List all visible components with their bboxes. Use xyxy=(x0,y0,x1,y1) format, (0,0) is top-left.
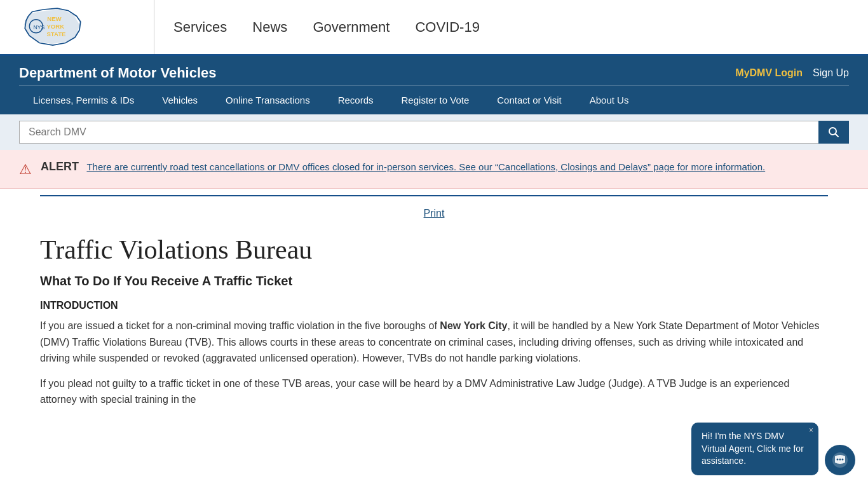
nav-link-government[interactable]: Government xyxy=(313,19,390,36)
dmv-title: Department of Motor Vehicles xyxy=(19,65,217,81)
section-heading: What To Do If You Receive A Traffic Tick… xyxy=(40,274,828,288)
svg-text:STATE: STATE xyxy=(46,30,66,37)
logo-area: NEW YORK STATE NYS xyxy=(0,0,154,54)
search-bar xyxy=(0,114,868,150)
search-button[interactable] xyxy=(818,121,849,144)
dmv-nav-about-us[interactable]: About Us xyxy=(576,86,643,114)
mydmv-login-link[interactable]: MyDMV Login xyxy=(735,67,803,79)
dmv-nav-register-vote[interactable]: Register to Vote xyxy=(388,86,484,114)
top-navigation: NEW YORK STATE NYS Services News Governm… xyxy=(0,0,868,56)
sign-up-link[interactable]: Sign Up xyxy=(813,67,849,79)
intro-paragraph-2: If you plead not guilty to a traffic tic… xyxy=(40,376,828,408)
dmv-login-area: MyDMV Login Sign Up xyxy=(735,67,849,79)
dmv-nav-contact-visit[interactable]: Contact or Visit xyxy=(483,86,575,114)
print-row: Print xyxy=(40,195,828,223)
dmv-title-row: Department of Motor Vehicles MyDMV Login… xyxy=(19,56,849,85)
search-icon xyxy=(828,126,839,138)
dmv-header: Department of Motor Vehicles MyDMV Login… xyxy=(0,56,868,114)
nys-logo[interactable]: NEW YORK STATE NYS xyxy=(13,5,102,50)
search-input[interactable] xyxy=(19,121,818,144)
svg-text:YORK: YORK xyxy=(46,22,64,29)
main-content: Print Traffic Violations Bureau What To … xyxy=(21,195,847,408)
dmv-nav: Licenses, Permits & IDs Vehicles Online … xyxy=(19,85,849,114)
para1-bold-text: New York City xyxy=(440,320,507,331)
intro-label: INTRODUCTION xyxy=(40,300,828,311)
para1-text-before-bold: If you are issued a ticket for a non-cri… xyxy=(40,320,440,331)
nav-link-covid19[interactable]: COVID-19 xyxy=(415,19,479,36)
alert-label: ALERT xyxy=(41,160,79,173)
svg-text:NEW: NEW xyxy=(47,15,62,22)
page-title: Traffic Violations Bureau xyxy=(40,234,828,265)
print-link[interactable]: Print xyxy=(424,208,445,219)
alert-content: ALERT There are currently road test canc… xyxy=(41,160,765,173)
dmv-nav-vehicles[interactable]: Vehicles xyxy=(148,86,212,114)
alert-bar: ⚠ ALERT There are currently road test ca… xyxy=(0,150,868,189)
dmv-nav-records[interactable]: Records xyxy=(324,86,388,114)
dmv-nav-licenses[interactable]: Licenses, Permits & IDs xyxy=(19,86,148,114)
intro-paragraph-1: If you are issued a ticket for a non-cri… xyxy=(40,318,828,367)
dmv-nav-online-transactions[interactable]: Online Transactions xyxy=(212,86,324,114)
top-nav-links: Services News Government COVID-19 xyxy=(154,19,480,36)
svg-text:NYS: NYS xyxy=(33,24,44,30)
svg-line-7 xyxy=(836,134,839,137)
nav-link-services[interactable]: Services xyxy=(173,19,227,36)
nav-link-news[interactable]: News xyxy=(252,19,287,36)
alert-icon: ⚠ xyxy=(19,161,32,178)
alert-link[interactable]: There are currently road test cancellati… xyxy=(86,161,765,172)
